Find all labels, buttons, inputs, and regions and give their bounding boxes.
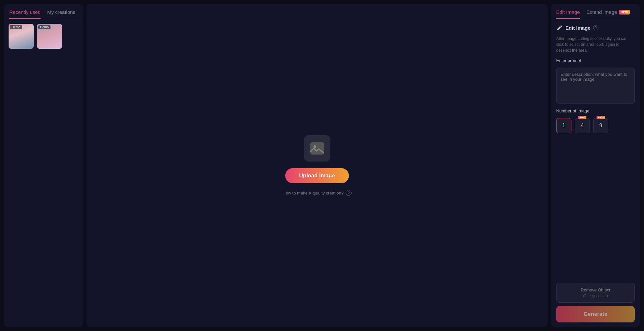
remove-object-sublabel: (Fast generate) (560, 293, 630, 298)
number-options: 1 PRO 4 PRO 9 (556, 118, 635, 133)
pro-badge-4: PRO (578, 116, 586, 119)
tab-recently-used[interactable]: Recently used (9, 9, 41, 19)
thumbnail-1[interactable]: Demo (9, 24, 34, 49)
right-panel: Edit Image Extend Image NEW Edit Image ?… (551, 4, 640, 327)
thumbnails-area: Demo Demo (4, 19, 83, 53)
prompt-textarea[interactable] (556, 68, 635, 104)
prompt-label: Enter prompt (556, 58, 635, 63)
remove-object-label: Remove Object (560, 287, 630, 293)
generate-button[interactable]: Generate (556, 306, 635, 322)
quality-hint[interactable]: How to make a quality creation? ? (283, 190, 352, 196)
upload-button[interactable]: Upload Image (285, 168, 349, 183)
num-option-4[interactable]: PRO 4 (575, 118, 590, 133)
center-panel: Upload Image How to make a quality creat… (86, 4, 548, 327)
number-label: Number of Image (556, 108, 635, 113)
upload-image-icon (304, 135, 330, 162)
remove-object-button[interactable]: Remove Object (Fast generate) (556, 283, 635, 303)
demo-badge-2: Demo (38, 25, 51, 29)
tab-edit-image[interactable]: Edit Image (556, 9, 580, 19)
demo-badge-1: Demo (10, 25, 22, 29)
left-tabs: Recently used My creations (4, 4, 83, 19)
left-panel: Recently used My creations Demo Demo (4, 4, 83, 327)
right-bottom: Remove Object (Fast generate) Generate (551, 278, 640, 327)
pro-badge-9: PRO (596, 116, 605, 119)
thumbnail-2[interactable]: Demo (37, 24, 62, 49)
section-title: Edit Image (565, 25, 591, 31)
quality-hint-text: How to make a quality creation? (283, 191, 344, 196)
section-title-row: Edit Image ? (556, 24, 635, 31)
tab-my-creations[interactable]: My creations (47, 9, 75, 19)
right-content: Edit Image ? After image cutting success… (551, 19, 640, 278)
svg-point-1 (313, 145, 316, 148)
right-tabs: Edit Image Extend Image NEW (551, 4, 640, 19)
pencil-icon (556, 24, 563, 31)
main-layout: Recently used My creations Demo Demo Upl… (0, 0, 644, 331)
num-option-1[interactable]: 1 (556, 118, 571, 133)
quality-help-icon[interactable]: ? (346, 190, 352, 196)
num-option-9[interactable]: PRO 9 (593, 118, 608, 133)
new-badge: NEW (619, 10, 630, 15)
svg-rect-0 (310, 142, 324, 155)
tab-extend-image[interactable]: Extend Image NEW (587, 9, 630, 19)
section-description: After image cutting successfully, you ca… (556, 36, 635, 53)
extend-image-label: Extend Image (587, 9, 617, 15)
section-help-icon[interactable]: ? (593, 25, 598, 30)
